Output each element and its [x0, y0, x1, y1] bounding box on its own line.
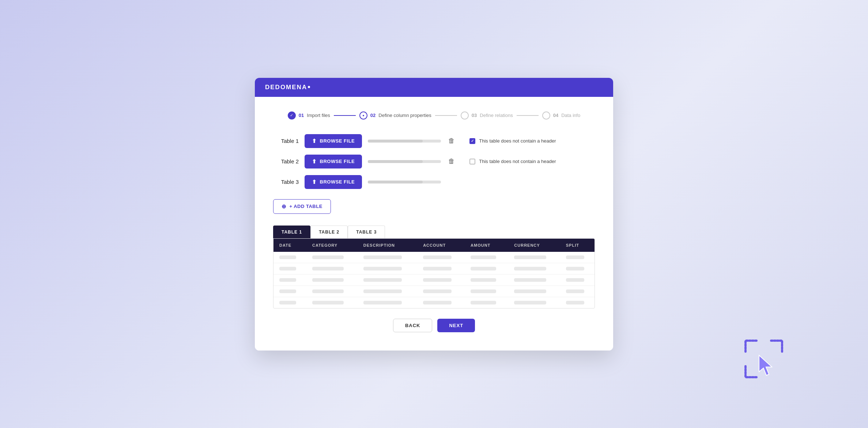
content-area: 01 Import files ● 02 Define column prope…	[255, 97, 613, 351]
upload-icon-2: ⬆	[312, 158, 317, 165]
step-line-2	[435, 115, 457, 116]
step-2-label: Define column properties	[378, 113, 431, 118]
delete-table-1-icon[interactable]: 🗑	[447, 136, 456, 146]
upload-icon-1: ⬆	[312, 138, 317, 144]
browse-file-2-button[interactable]: ⬆ BROWSE FILE	[305, 155, 362, 168]
app-window: DEDOMENA 01 Import files ● 02 Define col…	[255, 78, 613, 351]
step-1: 01 Import files	[288, 111, 330, 120]
col-category: CATEGORY	[306, 239, 358, 252]
table-row	[273, 297, 595, 308]
stepper: 01 Import files ● 02 Define column prope…	[273, 111, 595, 120]
step-2: ● 02 Define column properties	[359, 111, 431, 120]
step-line-1	[334, 115, 356, 116]
tables-section: Table 1 ⬆ BROWSE FILE 🗑 ✓ This table doe…	[273, 134, 595, 189]
data-table: DATE CATEGORY DESCRIPTION ACCOUNT AMOUNT…	[273, 239, 595, 308]
col-account: ACCOUNT	[417, 239, 465, 252]
step-3-number: 03	[472, 113, 477, 118]
table-3-label: Table 3	[273, 179, 299, 185]
table-2-header-checkbox[interactable]	[469, 159, 475, 164]
table-row	[273, 274, 595, 285]
table-2-label: Table 2	[273, 158, 299, 164]
back-button[interactable]: BACK	[393, 319, 433, 332]
file-bar-2	[368, 160, 441, 163]
logo-dot	[308, 86, 310, 88]
col-amount: AMOUNT	[465, 239, 508, 252]
table-1-header-label: This table does not contain a header	[479, 138, 556, 144]
browse-file-1-button[interactable]: ⬆ BROWSE FILE	[305, 134, 362, 148]
table-1-header-checkbox-area: ✓ This table does not contain a header	[469, 138, 556, 144]
browse-file-3-button[interactable]: ⬆ BROWSE FILE	[305, 175, 362, 189]
tab-table-1[interactable]: TABLE 1	[273, 226, 310, 238]
tab-table-3[interactable]: TABLE 3	[348, 226, 385, 238]
step-3-circle	[461, 111, 469, 120]
table-2-header-label: This table does not contain a header	[479, 159, 556, 164]
delete-table-2-icon[interactable]: 🗑	[447, 156, 456, 167]
step-1-number: 01	[299, 113, 304, 118]
upload-icon-3: ⬆	[312, 179, 317, 185]
table-2-header-checkbox-area: This table does not contain a header	[469, 159, 556, 164]
tab-table-2[interactable]: TABLE 2	[310, 226, 348, 238]
table-row	[273, 285, 595, 297]
logo: DEDOMENA	[265, 84, 307, 91]
table-tabs: TABLE 1 TABLE 2 TABLE 3	[273, 226, 595, 238]
add-table-icon: ⊕	[282, 203, 287, 210]
header-bar: DEDOMENA	[255, 78, 613, 97]
step-3: 03 Define relations	[461, 111, 513, 120]
table-row	[273, 252, 595, 263]
col-description: DESCRIPTION	[358, 239, 417, 252]
col-currency: CURRENCY	[508, 239, 560, 252]
table-row-1: Table 1 ⬆ BROWSE FILE 🗑 ✓ This table doe…	[273, 134, 595, 148]
step-4: 04 Data info	[542, 111, 581, 120]
table-1-header-checkbox[interactable]: ✓	[469, 138, 475, 144]
footer-actions: BACK NEXT	[273, 319, 595, 332]
next-button[interactable]: NEXT	[437, 319, 475, 332]
step-4-circle	[542, 111, 550, 120]
table-1-label: Table 1	[273, 138, 299, 144]
step-3-label: Define relations	[480, 113, 513, 118]
col-split: SPLIT	[560, 239, 595, 252]
step-1-label: Import files	[307, 113, 330, 118]
step-1-circle	[288, 111, 296, 120]
data-table-wrapper: DATE CATEGORY DESCRIPTION ACCOUNT AMOUNT…	[273, 238, 595, 308]
step-2-number: 02	[370, 113, 375, 118]
add-table-button[interactable]: ⊕ + ADD TABLE	[273, 199, 331, 214]
col-date: DATE	[273, 239, 306, 252]
cursor-decoration	[740, 335, 788, 384]
file-bar-1	[368, 140, 441, 143]
step-line-3	[517, 115, 539, 116]
table-row-3: Table 3 ⬆ BROWSE FILE	[273, 175, 595, 189]
step-2-circle: ●	[359, 111, 367, 120]
step-4-number: 04	[553, 113, 558, 118]
file-bar-3	[368, 181, 441, 183]
step-4-label: Data info	[561, 113, 580, 118]
table-row	[273, 263, 595, 274]
svg-marker-0	[759, 355, 772, 375]
table-row-2: Table 2 ⬆ BROWSE FILE 🗑 This table does …	[273, 155, 595, 168]
add-table-label: + ADD TABLE	[290, 204, 322, 209]
